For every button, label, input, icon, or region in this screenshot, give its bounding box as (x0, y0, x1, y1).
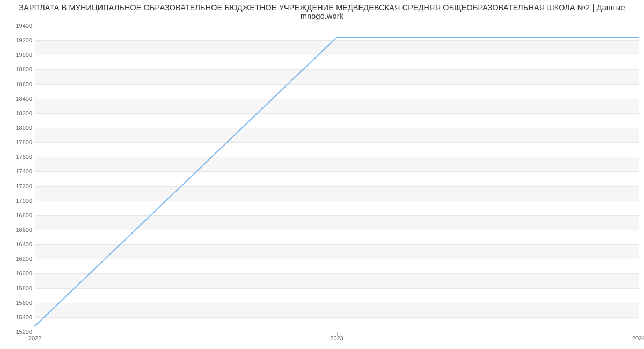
y-tick-label: 18200 (0, 110, 32, 117)
chart-title: ЗАРПЛАТА В МУНИЦИПАЛЬНОЕ ОБРАЗОВАТЕЛЬНОЕ… (0, 3, 644, 20)
y-tick-label: 16200 (0, 256, 32, 262)
y-tick-label: 16000 (0, 270, 32, 277)
plot-area (35, 26, 639, 332)
y-tick-label: 15800 (0, 285, 32, 292)
line-layer (35, 26, 639, 332)
salary-line-chart: ЗАРПЛАТА В МУНИЦИПАЛЬНОЕ ОБРАЗОВАТЕЛЬНОЕ… (0, 0, 644, 349)
y-tick-label: 16400 (0, 241, 32, 248)
y-tick-label: 19400 (0, 23, 32, 29)
y-tick-label: 15400 (0, 314, 32, 321)
x-tick-label: 2024 (632, 335, 644, 341)
y-tick-label: 17000 (0, 198, 32, 204)
y-tick-label: 17200 (0, 183, 32, 190)
y-tick-label: 19000 (0, 52, 32, 58)
y-tick-label: 19200 (0, 37, 32, 43)
x-tick-label: 2023 (330, 335, 343, 341)
y-tick-label: 17600 (0, 154, 32, 160)
series-line (35, 37, 639, 326)
y-tick-label: 15600 (0, 300, 32, 306)
y-tick-label: 16600 (0, 227, 32, 233)
y-tick-label: 16800 (0, 212, 32, 219)
y-tick-label: 17800 (0, 139, 32, 146)
y-tick-label: 15200 (0, 329, 32, 335)
y-tick-label: 17400 (0, 168, 32, 174)
y-tick-label: 18600 (0, 81, 32, 88)
y-tick-label: 18000 (0, 125, 32, 131)
x-tick-label: 2022 (28, 335, 41, 341)
y-tick-label: 18400 (0, 96, 32, 102)
y-tick-label: 18800 (0, 66, 32, 72)
